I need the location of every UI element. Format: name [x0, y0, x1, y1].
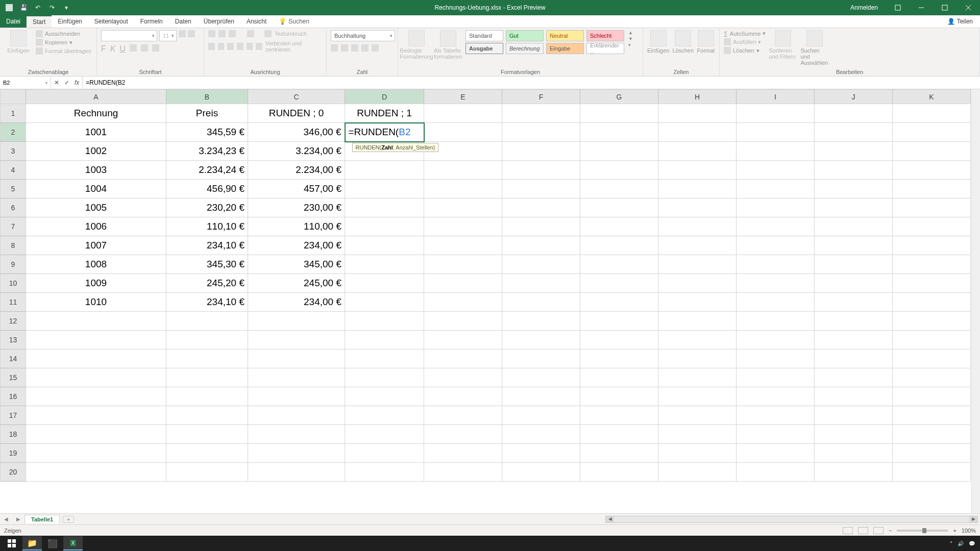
cell-C16[interactable] — [248, 387, 345, 406]
column-header-F[interactable]: F — [502, 90, 580, 104]
vertical-scrollbar[interactable] — [971, 89, 980, 513]
cell-B1[interactable]: Preis — [166, 104, 248, 123]
cell-H2[interactable] — [658, 123, 737, 142]
cell-K8[interactable] — [893, 236, 971, 255]
cell-B8[interactable]: 234,10 € — [166, 236, 248, 255]
cell-H12[interactable] — [658, 312, 737, 331]
increase-indent-icon[interactable] — [247, 43, 253, 50]
cell-A11[interactable]: 1010 — [26, 293, 166, 312]
bold-button[interactable]: F — [101, 44, 106, 54]
cell-G3[interactable] — [580, 142, 658, 161]
clear-button[interactable]: Löschen ▾ — [724, 47, 766, 54]
cell-K9[interactable] — [893, 255, 971, 274]
cell-A2[interactable]: 1001 — [26, 123, 166, 142]
cell-J3[interactable] — [815, 142, 893, 161]
cell-H19[interactable] — [658, 444, 737, 463]
cell-E12[interactable] — [424, 312, 502, 331]
cell-K16[interactable] — [893, 387, 971, 406]
cell-A17[interactable] — [26, 406, 166, 425]
cell-B10[interactable]: 245,20 € — [166, 274, 248, 293]
cell-J2[interactable] — [815, 123, 893, 142]
cell-F19[interactable] — [502, 444, 580, 463]
cell-F14[interactable] — [502, 349, 580, 368]
column-header-K[interactable]: K — [893, 90, 971, 104]
row-header-6[interactable]: 6 — [1, 198, 26, 217]
cell-G6[interactable] — [580, 198, 658, 217]
row-header-11[interactable]: 11 — [1, 293, 26, 312]
conditional-formatting-button[interactable]: Bedingte Formatierung — [402, 30, 431, 60]
cell-I1[interactable] — [737, 104, 815, 123]
cell-C19[interactable] — [248, 444, 345, 463]
taskbar-explorer-icon[interactable]: 📁 — [22, 536, 42, 550]
style-erklaerender[interactable]: Erklärender ... — [586, 43, 624, 54]
cell-E5[interactable] — [424, 180, 502, 198]
increase-decimal-icon[interactable] — [361, 44, 369, 52]
column-header-J[interactable]: J — [815, 90, 893, 104]
cell-J9[interactable] — [815, 255, 893, 274]
formula-input[interactable]: =RUNDEN(B2 — [83, 77, 980, 89]
tray-notifications-icon[interactable]: 💬 — [969, 541, 975, 546]
save-icon[interactable]: 💾 — [18, 3, 29, 13]
cell-B16[interactable] — [166, 387, 248, 406]
comma-icon[interactable] — [351, 44, 358, 52]
cell-I12[interactable] — [737, 312, 815, 331]
cell-F9[interactable] — [502, 255, 580, 274]
cell-E20[interactable] — [424, 463, 502, 482]
cell-C9[interactable]: 345,00 € — [248, 255, 345, 274]
cell-F3[interactable] — [502, 142, 580, 161]
cell-K19[interactable] — [893, 444, 971, 463]
cell-A5[interactable]: 1004 — [26, 180, 166, 198]
tab-einfuegen[interactable]: Einfügen — [52, 15, 88, 28]
cell-H9[interactable] — [658, 255, 737, 274]
cell-B9[interactable]: 345,30 € — [166, 255, 248, 274]
row-header-4[interactable]: 4 — [1, 161, 26, 180]
system-tray[interactable]: ˄ 🔊 💬 — [950, 541, 978, 546]
delete-cells-button[interactable]: Löschen — [672, 30, 694, 54]
font-color-button[interactable] — [152, 44, 159, 52]
row-header-8[interactable]: 8 — [1, 236, 26, 255]
cell-E17[interactable] — [424, 406, 502, 425]
cell-F18[interactable] — [502, 425, 580, 444]
taskbar-app-icon[interactable]: ⬛ — [43, 536, 62, 550]
zoom-out-button[interactable]: − — [889, 528, 892, 534]
cell-K18[interactable] — [893, 425, 971, 444]
row-header-18[interactable]: 18 — [1, 425, 26, 444]
cell-H16[interactable] — [658, 387, 737, 406]
cell-I5[interactable] — [737, 180, 815, 198]
tab-daten[interactable]: Daten — [169, 15, 198, 28]
zoom-level[interactable]: 100% — [962, 528, 976, 534]
cell-J19[interactable] — [815, 444, 893, 463]
column-header-I[interactable]: I — [737, 90, 815, 104]
ribbon-display-icon[interactable] — [886, 0, 910, 15]
fill-color-button[interactable] — [141, 44, 148, 52]
function-tooltip[interactable]: RUNDEN(Zahl; Anzahl_Stellen) — [352, 143, 439, 152]
cell-C3[interactable]: 3.234,00 € — [248, 142, 345, 161]
cell-A20[interactable] — [26, 463, 166, 482]
cell-K6[interactable] — [893, 198, 971, 217]
row-header-12[interactable]: 12 — [1, 312, 26, 331]
qat-more-icon[interactable]: ▾ — [61, 3, 71, 13]
tab-ansicht[interactable]: Ansicht — [240, 15, 273, 28]
cell-D5[interactable] — [345, 180, 424, 198]
cell-B15[interactable] — [166, 368, 248, 387]
sign-in-link[interactable]: Anmelden — [845, 4, 883, 11]
cell-H8[interactable] — [658, 236, 737, 255]
cell-J15[interactable] — [815, 368, 893, 387]
tab-formeln[interactable]: Formeln — [134, 15, 169, 28]
cell-K1[interactable] — [893, 104, 971, 123]
share-button[interactable]: 👤Teilen — [947, 18, 980, 25]
sheet-nav-next-icon[interactable]: ▶ — [12, 516, 24, 522]
tray-chevron-icon[interactable]: ˄ — [950, 541, 952, 546]
cell-B20[interactable] — [166, 463, 248, 482]
cell-F5[interactable] — [502, 180, 580, 198]
cell-F20[interactable] — [502, 463, 580, 482]
tray-volume-icon[interactable]: 🔊 — [958, 541, 964, 546]
cell-H6[interactable] — [658, 198, 737, 217]
enter-formula-icon[interactable]: ✓ — [64, 79, 69, 86]
format-cells-button[interactable]: Format — [697, 30, 715, 54]
cell-F10[interactable] — [502, 274, 580, 293]
style-eingabe[interactable]: Eingabe — [546, 43, 584, 54]
normal-view-button[interactable] — [843, 527, 853, 534]
cell-E8[interactable] — [424, 236, 502, 255]
style-gut[interactable]: Gut — [506, 30, 544, 41]
